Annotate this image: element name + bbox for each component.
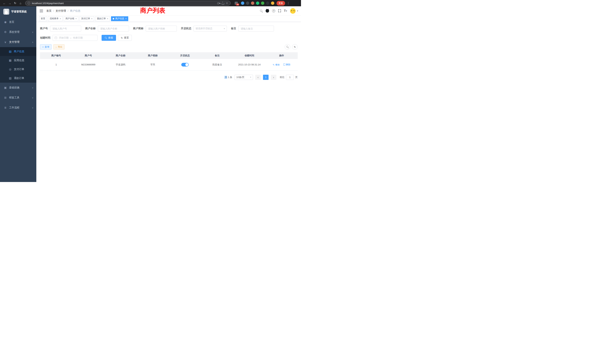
active-dot-icon	[113, 18, 114, 20]
tab-label: 用户分组	[65, 17, 74, 20]
devtool-icon: ⊞	[3, 96, 7, 99]
sidebar-item-home[interactable]: ◉ 首页	[0, 17, 36, 27]
close-icon[interactable]: ×	[91, 18, 93, 20]
browser-menu-icon[interactable]: ⋮	[287, 1, 290, 5]
sidebar-item-infrastructure[interactable]: ▣ 基础设施 ∨	[0, 83, 36, 93]
breadcrumb-payment[interactable]: 支付管理	[56, 9, 66, 13]
extension-icon-blue[interactable]	[241, 1, 244, 5]
sidebar-item-merchant-info[interactable]: ▤ 商户信息	[0, 47, 36, 56]
tab-merchant-info[interactable]: 商户信息 ×	[111, 16, 128, 21]
cell-actions: ✎ 修改 删除	[265, 59, 298, 70]
toolbar-right: ↻	[285, 44, 298, 50]
sidebar-item-refund-order[interactable]: ▧ 退款订单	[0, 74, 36, 83]
close-icon[interactable]: ×	[60, 18, 61, 20]
extension-icon-dark[interactable]	[266, 1, 269, 5]
github-icon[interactable]	[266, 9, 269, 13]
next-page-button[interactable]: ›	[271, 75, 276, 80]
annotation-merchant-list: 商户列表	[140, 6, 165, 15]
table-toolbar: + 新增 ↓ 导出 ↻	[40, 44, 298, 50]
export-button[interactable]: ↓ 导出	[53, 44, 65, 50]
home-icon[interactable]: ⌂	[18, 1, 23, 6]
search-button[interactable]: 搜索	[102, 35, 116, 41]
tab-refund-order[interactable]: 退款订单 ×	[95, 16, 110, 21]
status-select[interactable]: 请选择开启状态 ▾	[194, 26, 227, 32]
back-icon[interactable]: ←	[2, 1, 7, 6]
extension-icon-green[interactable]	[256, 1, 259, 5]
date-range-picker[interactable]: 开始日期 - 结束日期	[53, 35, 97, 41]
share-icon[interactable]	[222, 3, 224, 5]
sidebar-item-label: 工作流程	[9, 106, 20, 109]
extensions-icon[interactable]: 10	[235, 2, 238, 5]
extension-icon-avatar[interactable]	[271, 1, 274, 5]
site-info-icon[interactable]: i	[28, 2, 30, 4]
col-short-name: 商户简称	[137, 52, 169, 59]
short-name-input[interactable]	[146, 26, 177, 32]
chevron-down-icon: ∨	[32, 97, 33, 99]
edit-button[interactable]: ✎ 修改	[273, 63, 280, 66]
status-toggle[interactable]	[181, 63, 189, 66]
tab-user-group[interactable]: 用户分组 ×	[64, 16, 78, 21]
cell-merchant-id: 1	[40, 59, 72, 70]
sidebar-item-workflow[interactable]: ≣ 工作流程 ∨	[0, 103, 36, 113]
sidebar-item-pay-order[interactable]: ◎ 支付订单	[0, 65, 36, 74]
sidebar-item-system[interactable]: ⚙ 系统管理 ∨	[0, 27, 36, 37]
page-content: 商户号 商户全称 商户简称 开启状态 请选择开启状态 ▾ 备注	[36, 22, 301, 80]
extension-icon-leaf[interactable]	[261, 1, 264, 5]
bookmark-star-icon[interactable]: ☆	[226, 1, 228, 5]
refresh-table-button[interactable]: ↻	[292, 44, 298, 50]
breadcrumb-separator: /	[53, 10, 54, 12]
filter-label: 开启状态	[181, 27, 194, 30]
breadcrumb-home[interactable]: 首页	[46, 9, 52, 13]
sidebar-item-label: 退款订单	[14, 76, 24, 80]
delete-label: 删除	[286, 63, 290, 66]
sidebar-item-payment[interactable]: ¥ 支付管理 ∧	[0, 37, 36, 47]
add-button[interactable]: + 新增	[40, 44, 52, 50]
extension-icon-orange[interactable]	[251, 1, 254, 5]
search-icon[interactable]	[260, 10, 263, 12]
prev-page-button[interactable]: ‹	[255, 75, 261, 80]
full-name-input[interactable]	[98, 26, 129, 32]
refund-icon: ▧	[8, 76, 12, 80]
cell-status	[169, 59, 201, 70]
gear-icon: ⚙	[3, 30, 7, 34]
fullscreen-icon[interactable]	[278, 10, 281, 12]
sidebar-item-dev-tools[interactable]: ⊞ 研发工具 ∨	[0, 93, 36, 103]
help-icon[interactable]: ?	[272, 9, 275, 12]
forward-icon[interactable]: →	[7, 1, 12, 6]
close-icon[interactable]: ×	[107, 18, 108, 20]
merchant-icon: ▤	[8, 50, 12, 53]
hamburger-icon[interactable]	[40, 10, 43, 12]
close-icon[interactable]: ×	[125, 18, 127, 20]
tab-home[interactable]: 首页	[39, 16, 47, 21]
dashboard-icon: ◉	[3, 20, 7, 24]
table-row: 1 M233666999 芋道源码 芋艿 我是备注 2021-10-23 08:…	[40, 59, 298, 70]
browser-update-button[interactable]: 更新	[277, 1, 285, 6]
extension-icon-gray[interactable]	[246, 1, 249, 5]
sidebar-item-label: 应用信息	[14, 59, 24, 62]
toggle-search-button[interactable]	[285, 44, 290, 50]
reset-button[interactable]: ↻ 重置	[118, 35, 132, 41]
address-bar[interactable]: i localhost:1024/pay/merchant ☆	[25, 1, 231, 6]
page-1-button[interactable]: 1	[263, 75, 269, 80]
export-button-label: 导出	[58, 45, 62, 49]
font-size-icon[interactable]: TT	[284, 10, 287, 12]
reload-icon[interactable]: ↻	[13, 1, 18, 6]
pagination-total: 共 1 条	[225, 76, 232, 79]
sidebar-item-app-info[interactable]: ▦ 应用信息	[0, 56, 36, 65]
remark-input[interactable]	[238, 26, 274, 32]
tab-pay-order[interactable]: 支付订单 ×	[79, 16, 94, 21]
url-text[interactable]: localhost:1024/pay/merchant	[32, 2, 215, 5]
avatar-caret-icon[interactable]: ▾	[297, 10, 298, 12]
password-key-icon[interactable]	[217, 2, 220, 4]
cell-short-name: 芋艿	[137, 59, 169, 70]
add-button-label: 新增	[45, 45, 49, 49]
user-avatar[interactable]	[290, 8, 296, 14]
goto-page-input[interactable]	[286, 75, 294, 80]
merchant-no-input[interactable]	[50, 26, 81, 32]
filter-label: 商户号	[40, 27, 50, 30]
delete-button[interactable]: 删除	[283, 63, 290, 66]
page-size-select[interactable]: 10条/页 ▾	[235, 75, 253, 80]
close-icon[interactable]: ×	[75, 18, 77, 20]
tab-process-form[interactable]: 流程表单 ×	[48, 16, 63, 21]
order-icon: ◎	[8, 68, 12, 71]
